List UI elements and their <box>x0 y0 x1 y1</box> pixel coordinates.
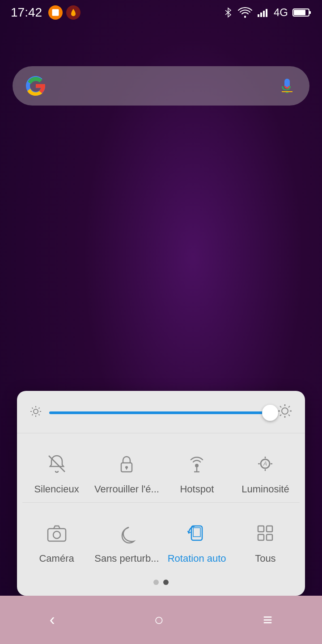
svg-point-12 <box>34 409 38 414</box>
toggle-sans-perturb-label: Sans perturb... <box>94 553 159 564</box>
notif-icon-2 <box>66 5 80 20</box>
notification-icons <box>48 5 80 20</box>
svg-rect-48 <box>258 526 264 532</box>
brightness-thumb[interactable] <box>262 405 278 421</box>
toggles-row-1: Silencieux Verrouiller l'é... <box>17 433 305 502</box>
battery-icon <box>292 7 311 18</box>
bluetooth-icon <box>223 6 233 19</box>
google-search-bar[interactable] <box>13 66 309 106</box>
home-button[interactable]: ○ <box>140 603 178 636</box>
svg-line-18 <box>38 414 39 415</box>
brightness-low-icon <box>30 405 42 421</box>
toggle-luminosite-label: Luminosité <box>242 483 289 495</box>
toggle-hotspot-label: Hotspot <box>180 483 214 495</box>
svg-point-34 <box>195 464 199 467</box>
toggle-verrouiller-label: Verrouiller l'é... <box>94 483 159 495</box>
brightness-row[interactable] <box>17 391 305 433</box>
hotspot-icon <box>182 449 211 478</box>
svg-line-29 <box>280 415 281 416</box>
toggle-camera-label: Caméra <box>39 553 74 564</box>
grid-icon <box>251 519 280 547</box>
google-logo <box>25 75 47 97</box>
rotation-icon <box>182 519 211 547</box>
toggle-silencieux[interactable]: Silencieux <box>22 441 91 502</box>
voice-search-icon[interactable] <box>277 76 297 96</box>
toggle-camera[interactable]: Caméra <box>22 510 91 572</box>
bell-off-icon <box>42 449 71 478</box>
toggle-sans-perturb[interactable]: Sans perturb... <box>91 510 162 572</box>
moon-icon <box>112 519 141 547</box>
svg-rect-7 <box>266 9 267 17</box>
svg-point-45 <box>53 531 60 538</box>
svg-rect-4 <box>258 14 259 17</box>
camera-icon <box>42 519 71 547</box>
svg-rect-49 <box>267 526 272 532</box>
svg-line-19 <box>38 407 39 408</box>
toggle-verrouiller[interactable]: Verrouiller l'é... <box>91 441 163 502</box>
svg-line-20 <box>32 414 33 415</box>
svg-line-27 <box>288 415 290 416</box>
svg-rect-11 <box>282 91 292 92</box>
toggle-luminosite[interactable]: A Luminosité <box>231 441 300 502</box>
lock-icon <box>112 449 141 478</box>
brightness-high-icon <box>277 403 292 422</box>
svg-line-1 <box>225 10 228 13</box>
status-bar: 17:42 <box>0 0 322 25</box>
svg-rect-0 <box>52 9 59 16</box>
toggle-rotation-label: Rotation auto <box>168 553 226 564</box>
toggle-tous[interactable]: Tous <box>231 510 300 572</box>
page-dot-2[interactable] <box>163 580 169 585</box>
svg-line-28 <box>288 406 290 407</box>
svg-point-3 <box>244 16 246 17</box>
svg-rect-47 <box>193 528 200 537</box>
toggle-hotspot[interactable]: Hotspot <box>163 441 231 502</box>
svg-point-21 <box>282 408 288 414</box>
page-dots <box>17 572 305 587</box>
toggle-silencieux-label: Silencieux <box>34 483 79 495</box>
toggle-tous-label: Tous <box>255 553 275 564</box>
svg-line-26 <box>280 406 281 407</box>
network-type: 4G <box>274 6 288 19</box>
signal-icon <box>257 6 269 19</box>
svg-rect-50 <box>258 534 264 540</box>
page-dot-1[interactable] <box>153 580 159 585</box>
svg-rect-44 <box>48 529 66 541</box>
svg-line-17 <box>32 407 33 408</box>
svg-rect-10 <box>294 10 305 15</box>
svg-text:A: A <box>263 461 267 467</box>
toggles-row-2: Caméra Sans perturb... Rotation auto <box>17 503 305 572</box>
svg-rect-51 <box>267 534 272 540</box>
back-button[interactable]: ‹ <box>35 603 69 636</box>
system-icons: 4G <box>223 6 311 19</box>
svg-line-2 <box>225 13 228 15</box>
menu-button[interactable]: ≡ <box>249 603 287 636</box>
toggle-rotation-auto[interactable]: Rotation auto <box>163 510 231 572</box>
wifi-icon <box>238 6 252 19</box>
svg-rect-6 <box>263 11 265 17</box>
notif-icon-1 <box>48 5 63 20</box>
nav-bar: ‹ ○ ≡ <box>0 596 322 644</box>
svg-rect-5 <box>260 13 262 17</box>
brightness-slider[interactable] <box>49 411 270 414</box>
svg-rect-9 <box>309 11 311 14</box>
quick-settings-panel: Silencieux Verrouiller l'é... <box>17 391 305 596</box>
status-time: 17:42 <box>11 5 42 20</box>
brightness-auto-icon: A <box>251 449 280 478</box>
